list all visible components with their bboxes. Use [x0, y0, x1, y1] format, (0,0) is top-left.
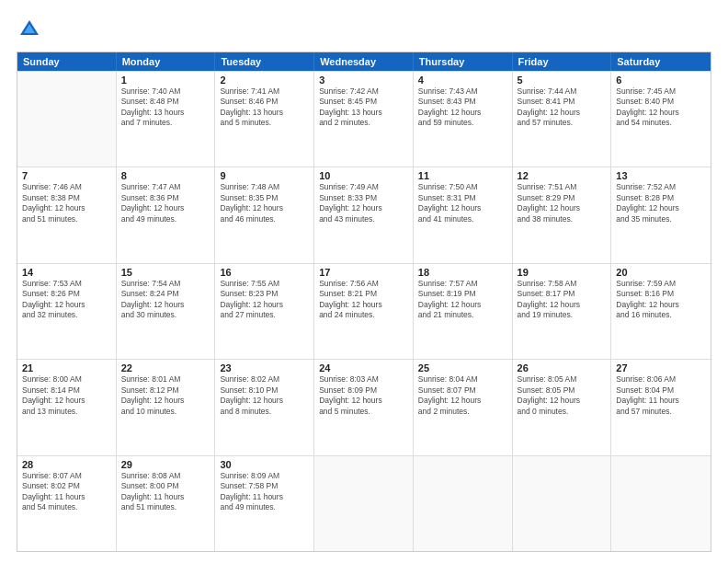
- sun-time-line: Sunset: 8:31 PM: [418, 193, 507, 203]
- day-number: 1: [121, 75, 210, 86]
- sun-time-line: Sunset: 8:07 PM: [418, 385, 507, 396]
- sun-time-line: Sunrise: 7:40 AM: [121, 86, 210, 97]
- sun-time-line: Sunrise: 7:48 AM: [220, 182, 309, 192]
- sun-time-line: Sunrise: 7:46 AM: [22, 182, 111, 192]
- day-number: 18: [418, 267, 507, 278]
- daylight-line: Daylight: 12 hours: [220, 300, 309, 310]
- calendar-body: 1Sunrise: 7:40 AMSunset: 8:48 PMDaylight…: [17, 71, 711, 551]
- sun-time-line: Sunrise: 8:01 AM: [121, 374, 210, 385]
- sun-time-line: Sunset: 8:43 PM: [418, 97, 507, 107]
- sun-time-line: Sunrise: 7:52 AM: [616, 182, 706, 192]
- day-number: 10: [319, 170, 408, 181]
- calendar-cell: 29Sunrise: 8:08 AMSunset: 8:00 PMDayligh…: [117, 456, 216, 551]
- sun-time-line: Sunset: 8:33 PM: [319, 193, 408, 203]
- calendar-header-cell: Friday: [513, 52, 612, 71]
- day-number: 22: [121, 362, 210, 373]
- day-number: 20: [616, 267, 706, 278]
- daylight-line: and 2 minutes.: [418, 407, 507, 417]
- daylight-line: Daylight: 12 hours: [22, 396, 111, 406]
- daylight-line: and 35 minutes.: [616, 214, 706, 224]
- sun-time-line: Sunset: 8:26 PM: [22, 289, 111, 299]
- daylight-line: Daylight: 12 hours: [220, 203, 309, 213]
- calendar-cell: 27Sunrise: 8:06 AMSunset: 8:04 PMDayligh…: [611, 360, 711, 454]
- day-number: 23: [220, 362, 309, 373]
- calendar-header-cell: Tuesday: [215, 52, 314, 71]
- daylight-line: and 51 minutes.: [121, 502, 210, 512]
- sun-time-line: Sunrise: 7:50 AM: [418, 182, 507, 192]
- calendar-cell: [611, 456, 711, 551]
- sun-time-line: Sunrise: 7:47 AM: [121, 182, 210, 192]
- daylight-line: Daylight: 12 hours: [518, 396, 607, 406]
- sun-time-line: Sunrise: 8:04 AM: [418, 374, 507, 385]
- daylight-line: and 49 minutes.: [220, 502, 309, 512]
- daylight-line: Daylight: 11 hours: [616, 396, 706, 406]
- sun-time-line: Sunrise: 8:00 AM: [22, 374, 111, 385]
- calendar-header-cell: Wednesday: [314, 52, 414, 71]
- calendar-cell: [414, 456, 513, 551]
- calendar-cell: 22Sunrise: 8:01 AMSunset: 8:12 PMDayligh…: [117, 360, 216, 454]
- daylight-line: and 54 minutes.: [616, 118, 706, 128]
- day-number: 5: [518, 75, 607, 86]
- day-number: 25: [418, 362, 507, 373]
- sun-time-line: Sunrise: 7:55 AM: [220, 279, 309, 289]
- day-number: 4: [418, 75, 507, 86]
- daylight-line: Daylight: 12 hours: [518, 300, 607, 310]
- day-number: 27: [616, 362, 706, 373]
- calendar-cell: [17, 72, 117, 167]
- calendar-cell: 3Sunrise: 7:42 AMSunset: 8:45 PMDaylight…: [314, 72, 414, 167]
- calendar-cell: 30Sunrise: 8:09 AMSunset: 7:58 PMDayligh…: [215, 456, 314, 551]
- page: SundayMondayTuesdayWednesdayThursdayFrid…: [0, 0, 728, 563]
- daylight-line: Daylight: 12 hours: [518, 108, 607, 118]
- day-number: 17: [319, 267, 408, 278]
- calendar-row: 28Sunrise: 8:07 AMSunset: 8:02 PMDayligh…: [17, 455, 711, 551]
- day-number: 19: [518, 267, 607, 278]
- sun-time-line: Sunrise: 7:49 AM: [319, 182, 408, 192]
- daylight-line: and 2 minutes.: [319, 118, 408, 128]
- daylight-line: and 54 minutes.: [22, 502, 111, 512]
- day-number: 24: [319, 362, 408, 373]
- daylight-line: Daylight: 12 hours: [319, 300, 408, 310]
- sun-time-line: Sunset: 8:04 PM: [616, 385, 706, 396]
- day-number: 26: [518, 362, 607, 373]
- sun-time-line: Sunrise: 7:42 AM: [319, 86, 408, 97]
- sun-time-line: Sunset: 8:24 PM: [121, 289, 210, 299]
- calendar-cell: 5Sunrise: 7:44 AMSunset: 8:41 PMDaylight…: [513, 72, 612, 167]
- day-number: 7: [22, 170, 111, 181]
- day-number: 21: [22, 362, 111, 373]
- logo: [17, 17, 46, 42]
- sun-time-line: Sunrise: 7:59 AM: [616, 279, 706, 289]
- calendar-cell: 15Sunrise: 7:54 AMSunset: 8:24 PMDayligh…: [117, 264, 216, 359]
- daylight-line: and 7 minutes.: [121, 118, 210, 128]
- daylight-line: and 30 minutes.: [121, 310, 210, 320]
- daylight-line: and 27 minutes.: [220, 310, 309, 320]
- sun-time-line: Sunrise: 7:41 AM: [220, 86, 309, 97]
- sun-time-line: Sunset: 8:46 PM: [220, 97, 309, 107]
- sun-time-line: Sunset: 8:35 PM: [220, 193, 309, 203]
- sun-time-line: Sunrise: 7:51 AM: [518, 182, 607, 192]
- sun-time-line: Sunset: 8:48 PM: [121, 97, 210, 107]
- day-number: 9: [220, 170, 309, 181]
- sun-time-line: Sunrise: 7:45 AM: [616, 86, 706, 97]
- calendar-cell: 19Sunrise: 7:58 AMSunset: 8:17 PMDayligh…: [513, 264, 612, 359]
- daylight-line: and 16 minutes.: [616, 310, 706, 320]
- sun-time-line: Sunset: 8:21 PM: [319, 289, 408, 299]
- calendar-cell: 25Sunrise: 8:04 AMSunset: 8:07 PMDayligh…: [414, 360, 513, 454]
- calendar-row: 21Sunrise: 8:00 AMSunset: 8:14 PMDayligh…: [17, 359, 711, 454]
- daylight-line: and 0 minutes.: [518, 407, 607, 417]
- sun-time-line: Sunset: 8:00 PM: [121, 481, 210, 491]
- calendar-row: 7Sunrise: 7:46 AMSunset: 8:38 PMDaylight…: [17, 167, 711, 262]
- day-number: 13: [616, 170, 706, 181]
- sun-time-line: Sunset: 8:40 PM: [616, 97, 706, 107]
- daylight-line: Daylight: 12 hours: [22, 203, 111, 213]
- daylight-line: Daylight: 11 hours: [22, 492, 111, 502]
- sun-time-line: Sunrise: 8:02 AM: [220, 374, 309, 385]
- day-number: 14: [22, 267, 111, 278]
- calendar-cell: 24Sunrise: 8:03 AMSunset: 8:09 PMDayligh…: [314, 360, 414, 454]
- daylight-line: Daylight: 13 hours: [220, 108, 309, 118]
- daylight-line: Daylight: 12 hours: [319, 203, 408, 213]
- daylight-line: Daylight: 12 hours: [418, 300, 507, 310]
- calendar-header-cell: Monday: [117, 52, 216, 71]
- day-number: 16: [220, 267, 309, 278]
- calendar-cell: 18Sunrise: 7:57 AMSunset: 8:19 PMDayligh…: [414, 264, 513, 359]
- calendar-cell: 17Sunrise: 7:56 AMSunset: 8:21 PMDayligh…: [314, 264, 414, 359]
